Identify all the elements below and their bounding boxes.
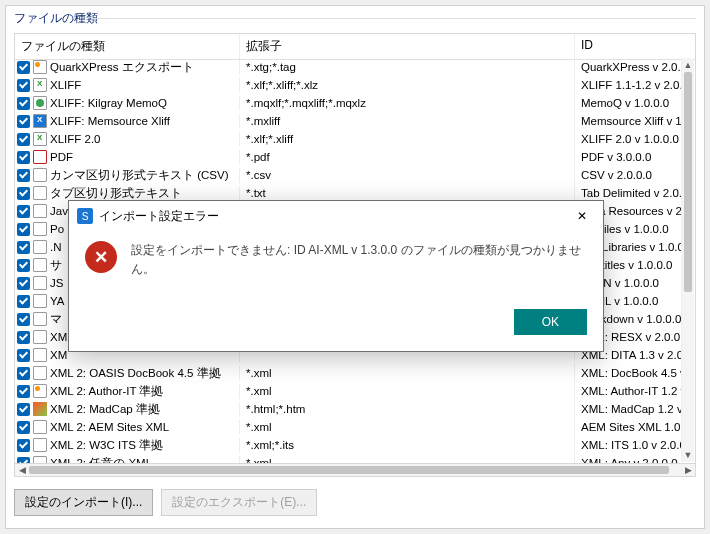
hscroll-thumb[interactable] [29,466,669,474]
file-id: CSV v 2.0.0.0 [575,165,681,185]
file-type-name: XLIFF 2.0 [50,133,101,145]
checkbox[interactable] [17,223,30,236]
file-type-icon [33,132,47,146]
checkbox[interactable] [17,133,30,146]
dialog-body: ✕ 設定をインポートできません: ID AI-XML v 1.3.0.0 のファ… [69,231,603,301]
table-row[interactable]: XML 2: OASIS DocBook 4.5 準拠*.xmlXML: Doc… [15,364,681,382]
table-row[interactable]: XML 2: Author-IT 準拠*.xmlXML: Author-IT 1… [15,382,681,400]
header-type[interactable]: ファイルの種類 [15,34,240,59]
checkbox[interactable] [17,187,30,200]
file-type-icon [33,96,47,110]
checkbox[interactable] [17,385,30,398]
file-type-icon [33,258,47,272]
scroll-left-icon[interactable]: ◀ [15,465,29,475]
checkbox[interactable] [17,205,30,218]
ok-button[interactable]: OK [514,309,587,335]
file-type-name: XM [50,331,67,343]
checkbox[interactable] [17,367,30,380]
list-header: ファイルの種類 拡張子 ID [15,34,695,60]
error-icon: ✕ [85,241,117,273]
checkbox[interactable] [17,421,30,434]
file-type-name: XLIFF [50,79,81,91]
checkbox[interactable] [17,97,30,110]
file-type-name: JS [50,277,63,289]
file-type-name: XLIFF: Memsource Xliff [50,115,170,127]
header-ext[interactable]: 拡張子 [240,34,575,59]
file-type-name: タブ区切り形式テキスト [50,186,182,201]
checkbox[interactable] [17,295,30,308]
table-row[interactable]: XML 2: AEM Sites XML*.xmlAEM Sites XML 1… [15,418,681,436]
checkbox[interactable] [17,61,30,74]
file-id: MemoQ v 1.0.0.0 [575,93,681,113]
export-settings-button: 設定のエクスポート(E)... [161,489,317,516]
error-dialog: S インポート設定エラー ✕ ✕ 設定をインポートできません: ID AI-XM… [68,200,604,352]
scroll-right-icon[interactable]: ▶ [681,465,695,475]
horizontal-scrollbar[interactable]: ◀ ▶ [14,464,696,477]
file-ext: *.mqxlf;*.mqxliff;*.mqxlz [240,93,575,113]
checkbox[interactable] [17,403,30,416]
checkbox[interactable] [17,331,30,344]
file-type-icon [33,78,47,92]
table-row[interactable]: QuarkXPress エクスポート*.xtg;*.tagQuarkXPress… [15,58,681,76]
scroll-up-icon[interactable]: ▲ [682,58,694,72]
checkbox[interactable] [17,277,30,290]
checkbox[interactable] [17,241,30,254]
checkbox[interactable] [17,313,30,326]
file-type-name: XML 2: 任意の XML [50,456,152,464]
file-ext: *.mxliff [240,111,575,131]
table-row[interactable]: XLIFF*.xlf;*.xliff;*.xlzXLIFF 1.1-1.2 v … [15,76,681,94]
file-ext: *.xml [240,417,575,437]
file-id: XML: DocBook 4.5 v [575,363,681,383]
file-id: PDF v 3.0.0.0 [575,147,681,167]
file-type-name: XML 2: Author-IT 準拠 [50,384,163,399]
import-settings-button[interactable]: 設定のインポート(I)... [14,489,153,516]
close-icon[interactable]: ✕ [569,207,595,225]
file-type-icon [33,330,47,344]
file-type-icon [33,402,47,416]
vertical-scrollbar[interactable]: ▲ ▼ [681,58,694,462]
file-id: XLIFF 2.0 v 1.0.0.0 [575,129,681,149]
checkbox[interactable] [17,259,30,272]
table-row[interactable]: XML 2: W3C ITS 準拠*.xml;*.itsXML: ITS 1.0… [15,436,681,454]
checkbox[interactable] [17,457,30,464]
checkbox[interactable] [17,115,30,128]
table-row[interactable]: XML 2: MadCap 準拠*.html;*.htmXML: MadCap … [15,400,681,418]
file-type-icon [33,420,47,434]
table-row[interactable]: XML 2: 任意の XML*.xmlXML: Any v 2.0.0.0 [15,454,681,463]
checkbox[interactable] [17,439,30,452]
file-id: Memsource Xliff v 1. [575,111,681,131]
table-row[interactable]: XLIFF: Memsource Xliff*.mxliffMemsource … [15,112,681,130]
footer: 設定のインポート(I)... 設定のエクスポート(E)... [6,477,704,528]
app-icon: S [77,208,93,224]
file-type-icon [33,276,47,290]
scroll-down-icon[interactable]: ▼ [682,448,694,462]
file-ext [240,351,575,359]
file-type-name: Po [50,223,64,235]
file-ext: *.xml;*.its [240,435,575,455]
file-id: XML: ITS 1.0 v 2.0.0 [575,435,681,455]
scroll-thumb[interactable] [684,72,692,292]
group-title: ファイルの種類 [6,6,704,29]
file-id: AEM Sites XML 1.0.0 [575,417,681,437]
file-type-icon [33,438,47,452]
file-type-icon [33,456,47,463]
checkbox[interactable] [17,151,30,164]
header-id[interactable]: ID [575,34,695,59]
file-type-name: .N [50,241,62,253]
table-row[interactable]: カンマ区切り形式テキスト (CSV)*.csvCSV v 2.0.0.0 [15,166,681,184]
file-type-icon [33,312,47,326]
table-row[interactable]: PDF*.pdfPDF v 3.0.0.0 [15,148,681,166]
file-type-icon [33,348,47,362]
table-row[interactable]: XLIFF: Kilgray MemoQ*.mqxlf;*.mqxliff;*.… [15,94,681,112]
checkbox[interactable] [17,349,30,362]
dialog-title-text: インポート設定エラー [99,208,219,225]
checkbox[interactable] [17,169,30,182]
file-type-icon [33,204,47,218]
file-ext: *.html;*.htm [240,399,575,419]
dialog-message: 設定をインポートできません: ID AI-XML v 1.3.0.0 のファイル… [131,241,587,279]
table-row[interactable]: XLIFF 2.0*.xlf;*.xliffXLIFF 2.0 v 1.0.0.… [15,130,681,148]
file-type-name: XML 2: OASIS DocBook 4.5 準拠 [50,366,221,381]
file-id: XLIFF 1.1-1.2 v 2.0.0 [575,75,681,95]
file-type-icon [33,384,47,398]
checkbox[interactable] [17,79,30,92]
